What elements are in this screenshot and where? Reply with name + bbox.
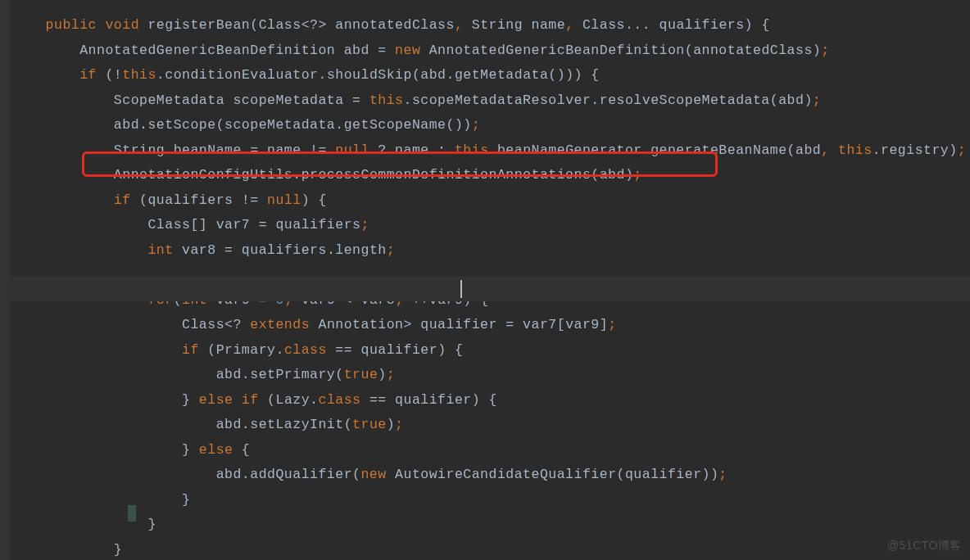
- editor-gutter: [0, 0, 10, 560]
- code-block[interactable]: public void registerBean(Class<?> annota…: [11, 13, 970, 560]
- matching-brace-highlight: [128, 505, 136, 522]
- text-caret: [460, 280, 462, 298]
- watermark-text: @51CTO博客: [887, 539, 962, 553]
- code-area[interactable]: public void registerBean(Class<?> annota…: [0, 0, 970, 560]
